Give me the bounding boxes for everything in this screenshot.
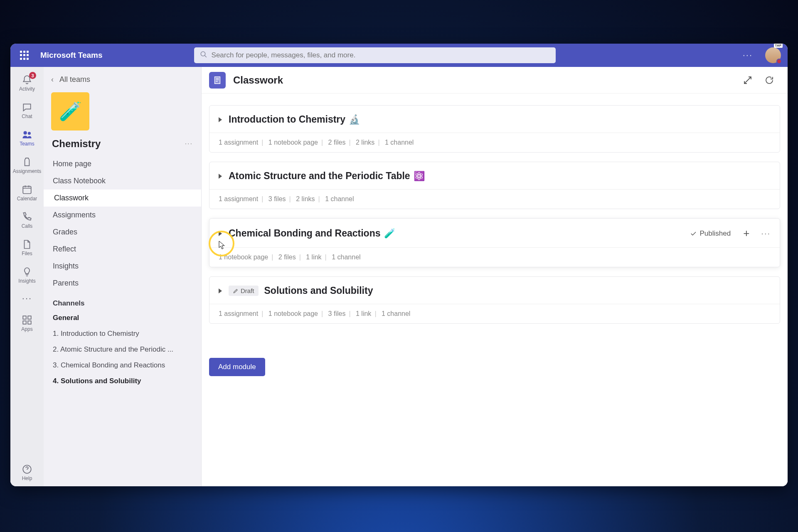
published-badge: Published: [690, 229, 731, 238]
module-header[interactable]: Atomic Structure and the Periodic Table …: [209, 162, 780, 189]
caret-right-icon[interactable]: [219, 117, 222, 122]
rail-calendar[interactable]: Calendar: [10, 179, 44, 207]
phone-icon: [22, 212, 32, 222]
channel-1[interactable]: 1. Introduction to Chemistry: [44, 326, 201, 342]
user-avatar[interactable]: TAP: [765, 47, 781, 63]
side-link-insights[interactable]: Insights: [44, 258, 201, 275]
module-title: Solutions and Solubility: [264, 285, 373, 296]
side-link-assignments[interactable]: Assignments: [44, 207, 201, 224]
rail-more-icon[interactable]: ···: [22, 293, 32, 310]
caret-right-icon[interactable]: [219, 231, 222, 236]
calendar-icon: [22, 184, 32, 195]
apps-icon: [22, 315, 32, 325]
search-box[interactable]: [194, 47, 556, 63]
tap-badge: TAP: [774, 44, 783, 48]
presence-indicator: [776, 59, 782, 64]
module-meta: 1 assignment| 1 notebook page| 2 files| …: [209, 133, 780, 152]
activity-badge: 3: [29, 72, 36, 79]
svg-rect-5: [23, 316, 26, 319]
rail-chat[interactable]: Chat: [10, 97, 44, 124]
app-launcher-icon[interactable]: [18, 49, 31, 62]
team-name: Chemistry: [52, 138, 101, 150]
channel-4[interactable]: 4. Solutions and Solubility: [44, 373, 201, 389]
check-icon: [690, 230, 697, 237]
rail-assignments[interactable]: Assignments: [10, 152, 44, 179]
module-title: Atomic Structure and the Periodic Table: [229, 170, 410, 182]
back-label: All teams: [59, 75, 90, 84]
add-module-button[interactable]: Add module: [209, 358, 265, 376]
side-link-home[interactable]: Home page: [44, 155, 201, 172]
draft-badge: Draft: [229, 286, 259, 296]
module-emoji: 🔬: [349, 114, 360, 125]
team-sidebar: ‹ All teams 🧪 Chemistry ··· Home page Cl…: [44, 67, 202, 486]
module-header[interactable]: Draft Solutions and Solubility: [209, 277, 780, 304]
add-resource-button[interactable]: +: [743, 227, 749, 240]
side-link-classwork[interactable]: Classwork: [44, 190, 201, 207]
module-more-icon[interactable]: ···: [761, 229, 771, 238]
search-icon: [200, 51, 212, 60]
refresh-icon[interactable]: [764, 75, 774, 85]
channel-3[interactable]: 3. Chemical Bonding and Reactions: [44, 357, 201, 373]
rail-activity[interactable]: 3 Activity: [10, 69, 44, 97]
rail-teams[interactable]: Teams: [10, 124, 44, 152]
team-avatar[interactable]: 🧪: [51, 92, 89, 131]
team-more-icon[interactable]: ···: [185, 140, 193, 148]
rail-files[interactable]: Files: [10, 234, 44, 261]
app-brand: Microsoft Teams: [40, 51, 103, 60]
svg-rect-4: [23, 186, 31, 193]
svg-line-1: [204, 55, 207, 57]
channels-header: Channels: [44, 292, 201, 310]
svg-point-0: [201, 52, 205, 56]
side-link-reflect[interactable]: Reflect: [44, 241, 201, 258]
file-icon: [22, 239, 32, 250]
classwork-app-icon: [209, 72, 226, 89]
side-link-notebook[interactable]: Class Notebook: [44, 172, 201, 190]
svg-point-3: [28, 132, 30, 134]
channel-2[interactable]: 2. Atomic Structure and the Periodic ...: [44, 342, 201, 357]
svg-rect-8: [28, 321, 31, 324]
caret-right-icon[interactable]: [219, 174, 222, 179]
module-header[interactable]: Chemical Bonding and Reactions 🧪 Publish…: [209, 219, 780, 247]
module-title: Introduction to Chemistry: [229, 114, 345, 125]
module-emoji: ⚛️: [414, 171, 425, 182]
help-icon: [22, 464, 32, 475]
search-input[interactable]: [212, 51, 550, 59]
svg-rect-6: [28, 316, 31, 319]
module-card: Draft Solutions and Solubility 1 assignm…: [209, 276, 780, 324]
rail-calls[interactable]: Calls: [10, 207, 44, 234]
module-meta: 1 assignment| 1 notebook page| 3 files| …: [209, 304, 780, 323]
rail-apps[interactable]: Apps: [10, 310, 44, 337]
app-rail: 3 Activity Chat Teams Assignments Calend…: [10, 67, 44, 486]
module-title: Chemical Bonding and Reactions: [229, 228, 381, 239]
module-emoji: 🧪: [384, 228, 395, 239]
module-meta: 1 notebook page| 2 files| 1 link| 1 chan…: [209, 247, 780, 267]
back-all-teams[interactable]: ‹ All teams: [44, 72, 201, 90]
module-card: Introduction to Chemistry 🔬 1 assignment…: [209, 105, 780, 153]
expand-icon[interactable]: [743, 75, 753, 85]
settings-more-icon[interactable]: ···: [743, 50, 753, 61]
chat-icon: [22, 102, 32, 113]
channel-general[interactable]: General: [44, 310, 201, 326]
side-link-parents[interactable]: Parents: [44, 275, 201, 292]
rail-insights[interactable]: Insights: [10, 261, 44, 289]
module-card: Atomic Structure and the Periodic Table …: [209, 162, 780, 209]
pencil-icon: [233, 288, 239, 294]
svg-point-2: [24, 131, 27, 134]
side-link-grades[interactable]: Grades: [44, 224, 201, 241]
chevron-left-icon: ‹: [51, 75, 54, 84]
title-bar: Microsoft Teams ··· TAP: [10, 44, 788, 67]
module-list: Introduction to Chemistry 🔬 1 assignment…: [202, 94, 788, 388]
module-meta: 1 assignment| 3 files| 2 links| 1 channe…: [209, 189, 780, 209]
rail-help[interactable]: Help: [10, 459, 44, 486]
backpack-icon: [22, 157, 32, 167]
module-header[interactable]: Introduction to Chemistry 🔬: [209, 106, 780, 133]
module-card: Chemical Bonding and Reactions 🧪 Publish…: [209, 218, 780, 267]
svg-rect-7: [23, 321, 26, 324]
main-pane: Classwork Introduction to Chemistry 🔬 1 …: [202, 67, 788, 486]
main-header: Classwork: [202, 67, 788, 94]
teams-icon: [22, 129, 32, 140]
lightbulb-icon: [22, 266, 32, 277]
page-title: Classwork: [233, 74, 283, 86]
caret-right-icon[interactable]: [219, 288, 222, 293]
